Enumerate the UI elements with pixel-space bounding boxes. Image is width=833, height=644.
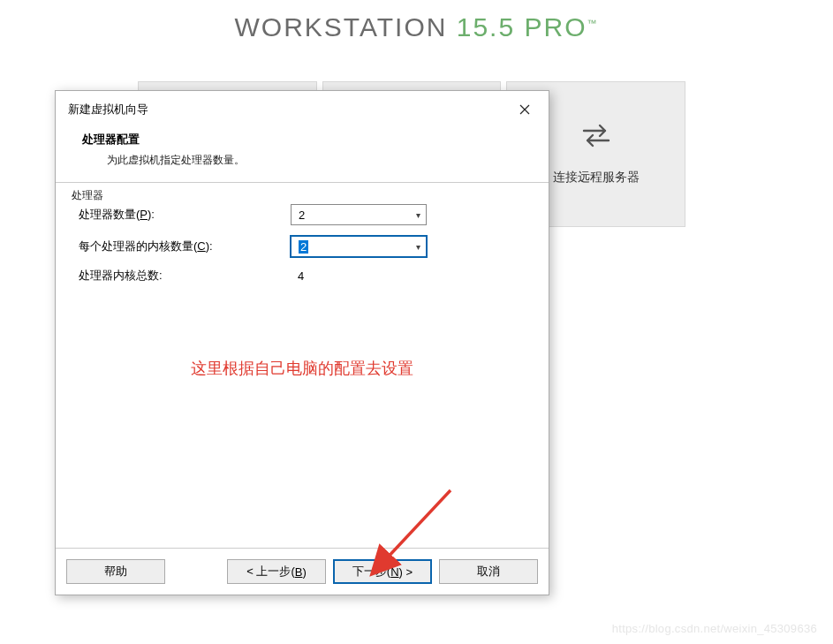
close-icon (519, 102, 530, 117)
processor-count-select[interactable]: 2 ▾ (291, 204, 427, 225)
title-main: WORKSTATION (235, 12, 457, 42)
dialog-button-row: 帮助 < 上一步(B) 下一步(N) > 取消 (56, 548, 549, 595)
total-cores-value: 4 (291, 269, 304, 283)
dialog-header: 处理器配置 为此虚拟机指定处理器数量。 (56, 123, 549, 182)
label-total-cores: 处理器内核总数: (72, 268, 291, 284)
card-label: 连接远程服务器 (553, 170, 640, 186)
title-version: 15.5 (457, 12, 525, 42)
dialog-subheading: 为此虚拟机指定处理器数量。 (72, 148, 533, 168)
back-button[interactable]: < 上一步(B) (227, 559, 326, 584)
label-processor-count: 处理器数量(P): (72, 207, 291, 223)
cancel-button[interactable]: 取消 (439, 559, 538, 584)
transfer-icon (580, 123, 612, 154)
row-processor-count: 处理器数量(P): 2 ▾ (70, 199, 534, 231)
cores-per-processor-select[interactable]: 2 ▾ (291, 236, 427, 257)
processor-section: 处理器 处理器数量(P): 2 ▾ 每个处理器的内核数量(C): 2 ▾ 处理器… (64, 190, 540, 289)
chevron-down-icon: ▾ (416, 210, 420, 220)
processor-count-value: 2 (299, 208, 305, 222)
watermark: https://blog.csdn.net/weixin_45309636 (612, 622, 817, 635)
chevron-down-icon: ▾ (416, 242, 420, 252)
titlebar: 新建虚拟机向导 (56, 91, 549, 123)
new-vm-wizard-dialog: 新建虚拟机向导 处理器配置 为此虚拟机指定处理器数量。 处理器 处理器数量(P)… (55, 90, 549, 595)
title-tm: ™ (587, 18, 598, 28)
divider (56, 182, 549, 183)
annotation-text: 这里根据自己电脑的配置去设置 (56, 358, 549, 379)
help-button[interactable]: 帮助 (66, 559, 165, 584)
dialog-heading: 处理器配置 (72, 132, 533, 148)
app-title: WORKSTATION 15.5 PRO™ (0, 0, 833, 42)
label-cores-per-processor: 每个处理器的内核数量(C): (72, 239, 291, 254)
dialog-title: 新建虚拟机向导 (68, 102, 148, 117)
row-cores-per-processor: 每个处理器的内核数量(C): 2 ▾ (70, 231, 534, 262)
row-total-cores: 处理器内核总数: 4 (70, 262, 534, 289)
title-pro: PRO (524, 12, 587, 42)
cores-value: 2 (299, 240, 308, 254)
close-button[interactable] (510, 98, 540, 121)
section-legend: 处理器 (70, 188, 105, 203)
next-button[interactable]: 下一步(N) > (333, 559, 432, 584)
